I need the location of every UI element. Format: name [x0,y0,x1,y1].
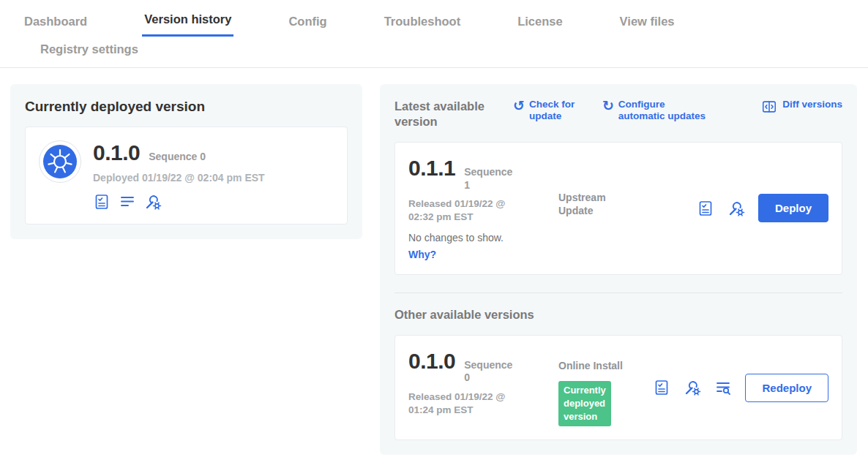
tab-version-history[interactable]: Version history [142,0,233,37]
release-notes-icon[interactable] [119,193,136,211]
other-version-number: 0.1.0 [408,349,455,374]
latest-version-card: 0.1.1 Sequence 1 Released 01/19/22 @ 02:… [394,142,842,274]
other-source-label: Online Install [558,359,632,372]
deployed-version-number: 0.1.0 [93,140,140,165]
deployed-sequence: Sequence 0 [149,151,206,162]
nav-row-1: Dashboard Version history Config Trouble… [22,0,868,37]
config-wrench-gear-icon[interactable] [684,379,701,396]
deployed-version-card: 0.1.0 Sequence 0 Deployed 01/19/22 @ 02:… [25,127,348,224]
deploy-button[interactable]: Deploy [758,194,828,222]
config-wrench-gear-icon[interactable] [144,193,162,211]
diff-versions-link[interactable]: Diff versions [761,99,842,115]
tab-dashboard[interactable]: Dashboard [22,2,89,37]
other-released-timestamp: Released 01/19/22 @ 01:24 pm EST [408,390,525,417]
main-content: Currently deployed version [0,68,868,468]
configure-updates-link[interactable]: ↻ Configure automatic updates [602,99,712,122]
other-sequence: Sequence 0 [464,359,514,385]
check-for-update-link[interactable]: ↺ Check for update [513,99,583,122]
auto-update-icon: ↻ [602,99,614,113]
currently-deployed-title: Currently deployed version [25,99,348,115]
version-row: 0.1.0 Sequence 0 [93,140,265,165]
preflight-checklist-icon[interactable] [653,379,670,396]
version-row: 0.1.0 Sequence 0 [408,349,558,385]
preflight-checklist-icon[interactable] [93,193,111,211]
other-version-card: 0.1.0 Sequence 0 Released 01/19/22 @ 01:… [394,335,842,441]
currently-deployed-panel: Currently deployed version [10,84,362,239]
why-link[interactable]: Why? [408,249,436,260]
latest-actions: Deploy [697,194,828,222]
latest-sequence: Sequence 1 [464,166,514,192]
latest-available-title: Latest available version [394,99,497,129]
other-source-column: Online Install Currently deployed versio… [558,349,632,427]
check-for-update-label: Check for update [529,99,583,122]
nav-row-2: Registry settings [22,37,868,67]
other-actions: Redeploy [653,374,828,402]
tab-view-files[interactable]: View files [618,2,677,37]
config-wrench-gear-icon[interactable] [727,200,745,217]
diff-versions-label: Diff versions [782,99,842,110]
diff-versions-icon [761,99,777,115]
other-versions-title: Other available versions [394,308,842,322]
version-row: 0.1.1 Sequence 1 [408,156,558,192]
tab-registry-settings[interactable]: Registry settings [38,42,141,56]
latest-source-label: Upstream Update [558,156,632,260]
deployed-timestamp: Deployed 01/19/22 @ 02:04 pm EST [93,172,265,184]
latest-version-info: 0.1.1 Sequence 1 Released 01/19/22 @ 02:… [408,156,558,260]
top-nav: Dashboard Version history Config Trouble… [0,0,868,68]
deployed-actions [93,193,265,211]
redeploy-button[interactable]: Redeploy [745,374,828,402]
available-versions-panel: Latest available version ↺ Check for upd… [380,84,857,455]
tab-license[interactable]: License [515,2,564,37]
available-header: Latest available version ↺ Check for upd… [394,99,842,129]
currently-deployed-badge: Currently deployed version [558,381,611,427]
other-versions-section: Other available versions 0.1.0 Sequence … [394,292,842,441]
file-search-icon[interactable] [714,379,732,396]
no-changes-text: No changes to show. [408,232,558,244]
latest-released-timestamp: Released 01/19/22 @ 02:32 pm EST [408,197,525,224]
preflight-checklist-icon[interactable] [697,200,714,217]
latest-version-number: 0.1.1 [408,156,455,181]
deployed-version-info: 0.1.0 Sequence 0 Deployed 01/19/22 @ 02:… [93,140,265,211]
check-update-icon: ↺ [513,99,525,113]
tab-config[interactable]: Config [286,2,329,37]
other-version-info: 0.1.0 Sequence 0 Released 01/19/22 @ 01:… [408,349,558,427]
kubernetes-logo [39,140,81,183]
admin-console: Dashboard Version history Config Trouble… [0,0,868,468]
tab-troubleshoot[interactable]: Troubleshoot [382,2,463,37]
configure-updates-label: Configure automatic updates [618,99,712,122]
